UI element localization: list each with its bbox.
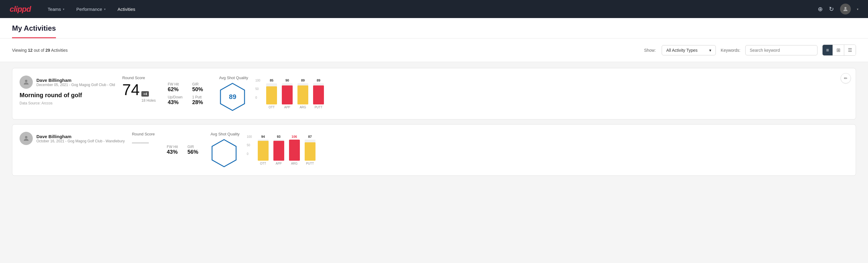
- score-big: 74 +4 18 Holes: [122, 82, 155, 102]
- shot-quality-title: Avg Shot Quality: [219, 76, 248, 80]
- hexagon-wrapper: 89: [219, 82, 246, 112]
- activity-type-dropdown[interactable]: All Activity Types ▾: [662, 45, 716, 55]
- viewing-text: Viewing 12 out of 29 Activities: [12, 48, 639, 53]
- user-avatar-button[interactable]: [840, 4, 851, 14]
- bar-chart-container: 100 50 0 85 OTT 90: [255, 79, 324, 109]
- bar-chart: 85 OTT 90 APP: [266, 79, 324, 109]
- bar-ott: 85 OTT: [266, 79, 277, 109]
- activity-card: Dave Billingham December 05, 2021 - Gog …: [12, 68, 856, 119]
- round-score-label: Round Score: [132, 132, 155, 136]
- nav-performance[interactable]: Performance ▾: [71, 4, 111, 14]
- activity-type-value: All Activity Types: [666, 48, 698, 53]
- nav-right: ⊕ ↻ ▾: [818, 4, 858, 14]
- card-stats: Round Score 74 +4 18 Holes FW Hit 62% GI…: [122, 76, 848, 112]
- refresh-icon[interactable]: ↻: [829, 5, 834, 12]
- bar-chart-container: 100 50 0 94 OTT 93: [247, 135, 315, 165]
- fw-hit-stat: FW Hit 62%: [168, 82, 183, 93]
- user-row: Dave Billingham October 16, 2021 - Gog M…: [20, 132, 125, 145]
- score-big: ——: [132, 138, 155, 147]
- bar-app: 93 APP: [273, 135, 284, 165]
- navbar: clippd Teams ▾ Performance ▾ Activities …: [0, 0, 868, 18]
- performance-chevron-icon: ▾: [104, 7, 105, 11]
- up-down-stat: Up/Down 43%: [168, 95, 183, 106]
- list-detailed-toggle[interactable]: ☰: [844, 45, 856, 55]
- shot-quality-label-group: Avg Shot Quality 89: [219, 76, 248, 112]
- activity-type-chevron-icon: ▾: [709, 48, 711, 53]
- user-info: Dave Billingham December 05, 2021 - Gog …: [36, 78, 115, 87]
- gir-stat: GIR 50%: [192, 82, 207, 93]
- performance-label: Performance: [76, 7, 102, 12]
- card-left: Dave Billingham December 05, 2021 - Gog …: [20, 76, 115, 105]
- list-compact-toggle[interactable]: ≡: [823, 45, 833, 55]
- teams-chevron-icon: ▾: [63, 7, 64, 11]
- svg-point-3: [25, 136, 27, 139]
- page-header: My Activities: [0, 18, 868, 38]
- fw-hit-stat: FW Hit 43%: [167, 145, 178, 155]
- keywords-label: Keywords:: [721, 48, 740, 53]
- svg-marker-4: [212, 140, 236, 167]
- shot-quality-label-group: Avg Shot Quality: [211, 132, 240, 168]
- stats-grid: FW Hit 62% GIR 50% Up/Down 43% 1 Putt 28…: [168, 82, 207, 106]
- card-stats: Round Score —— FW Hit 43% GIR 56%: [132, 132, 848, 168]
- bar-ott: 94 OTT: [258, 135, 269, 165]
- stats-grid: FW Hit 43% GIR 56%: [167, 145, 198, 155]
- bar-putt: 87 PUTT: [305, 135, 315, 165]
- grid-toggle[interactable]: ⊞: [833, 45, 844, 55]
- round-score-group: Round Score 74 +4 18 Holes: [122, 76, 155, 112]
- bar-arg: 89 ARG: [298, 79, 308, 109]
- y-label-100: 100: [247, 135, 252, 139]
- gir-stat: GIR 56%: [187, 145, 198, 155]
- data-source: Data Source: Arccos: [20, 101, 115, 105]
- y-label-50: 50: [247, 144, 252, 147]
- filter-bar: Viewing 12 out of 29 Activities Show: Al…: [0, 38, 868, 62]
- avatar: [20, 76, 33, 89]
- one-putt-stat: 1 Putt 28%: [192, 95, 207, 106]
- round-score-group: Round Score ——: [132, 132, 155, 168]
- activity-title: Morning round of golf: [20, 92, 115, 99]
- avatar: [20, 132, 33, 145]
- page-title: My Activities: [12, 24, 56, 38]
- bar-app: 90 APP: [282, 79, 292, 109]
- bar-putt: 89 PUTT: [313, 79, 324, 109]
- y-label-100: 100: [255, 79, 260, 82]
- user-info: Dave Billingham October 16, 2021 - Gog M…: [36, 134, 125, 143]
- shot-quality: Avg Shot Quality 89 100 50 0: [219, 76, 324, 112]
- edit-button[interactable]: ✏: [841, 73, 851, 83]
- svg-point-1: [25, 80, 27, 82]
- activities-list: Dave Billingham December 05, 2021 - Gog …: [0, 62, 868, 186]
- user-name: Dave Billingham: [36, 78, 115, 83]
- bar-chart: 94 OTT 93 APP: [258, 135, 315, 165]
- view-toggles: ≡ ⊞ ☰: [822, 45, 856, 56]
- activity-date: December 05, 2021 - Gog Magog Golf Club …: [36, 83, 115, 87]
- bar-arg: 106 ARG: [289, 135, 300, 165]
- hexagon-wrapper: [211, 138, 238, 168]
- hexagon-icon: [211, 138, 238, 168]
- activity-date: October 16, 2021 - Gog Magog Golf Club -…: [36, 139, 125, 143]
- activities-label: Activities: [118, 7, 135, 12]
- card-left: Dave Billingham October 16, 2021 - Gog M…: [20, 132, 125, 147]
- svg-point-0: [844, 7, 847, 9]
- keyword-search-input[interactable]: [745, 45, 817, 55]
- shot-quality: Avg Shot Quality 100 50 0: [211, 132, 315, 168]
- y-label-50: 50: [255, 87, 260, 91]
- score-badge: +4: [142, 91, 149, 96]
- y-label-0: 0: [247, 152, 252, 155]
- y-label-0: 0: [255, 96, 260, 99]
- user-menu-chevron-icon[interactable]: ▾: [857, 7, 858, 11]
- app-logo[interactable]: clippd: [10, 4, 31, 14]
- holes-label: 18 Holes: [142, 99, 155, 102]
- nav-teams[interactable]: Teams ▾: [43, 4, 69, 14]
- shot-quality-title: Avg Shot Quality: [211, 132, 240, 136]
- show-label: Show:: [644, 48, 656, 53]
- teams-label: Teams: [48, 7, 61, 12]
- user-row: Dave Billingham December 05, 2021 - Gog …: [20, 76, 115, 89]
- nav-links: Teams ▾ Performance ▾ Activities: [43, 4, 818, 14]
- add-icon[interactable]: ⊕: [818, 5, 823, 12]
- user-name: Dave Billingham: [36, 134, 125, 139]
- nav-activities[interactable]: Activities: [113, 4, 140, 14]
- activity-card: Dave Billingham October 16, 2021 - Gog M…: [12, 124, 856, 176]
- round-score-label: Round Score: [122, 76, 155, 80]
- hexagon-score: 89: [229, 93, 236, 101]
